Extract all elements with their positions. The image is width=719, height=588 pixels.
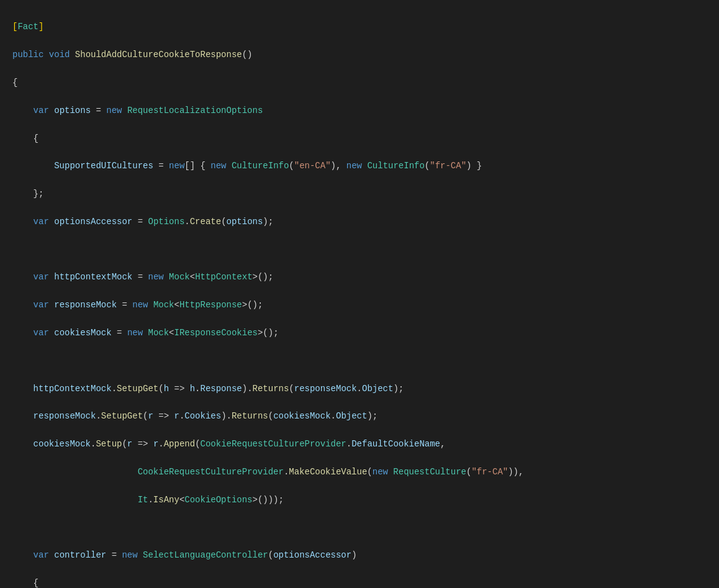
line-19 (12, 520, 707, 534)
line-16: cookiesMock.Setup(r => r.Append(CookieRe… (12, 437, 707, 451)
line-11: var responseMock = new Mock<HttpResponse… (12, 298, 707, 312)
line-13 (12, 354, 707, 368)
line-4: var options = new RequestLocalizationOpt… (12, 104, 707, 117)
line-3: { (12, 76, 707, 89)
line-17: CookieRequestCultureProvider.MakeCookieV… (12, 465, 707, 479)
line-6: SupportedUICultures = new[] { new Cultur… (12, 159, 707, 173)
line-15: responseMock.SetupGet(r => r.Cookies).Re… (12, 409, 707, 423)
line-18: It.IsAny<CookieOptions>())); (12, 493, 707, 507)
line-20: var controller = new SelectLanguageContr… (12, 548, 707, 562)
line-9 (12, 243, 707, 256)
line-12: var cookiesMock = new Mock<IResponseCook… (12, 326, 707, 340)
line-14: httpContextMock.SetupGet(h => h.Response… (12, 382, 707, 396)
code-viewer: [Fact] public void ShouldAddCultureCooki… (12, 6, 707, 588)
line-1: [Fact] (12, 20, 707, 34)
line-2: public void ShouldAddCultureCookieToResp… (12, 48, 707, 61)
line-8: var optionsAccessor = Options.Create(opt… (12, 215, 707, 228)
line-5: { (12, 132, 707, 145)
line-21: { (12, 576, 707, 588)
line-7: }; (12, 187, 707, 201)
line-10: var httpContextMock = new Mock<HttpConte… (12, 270, 707, 284)
